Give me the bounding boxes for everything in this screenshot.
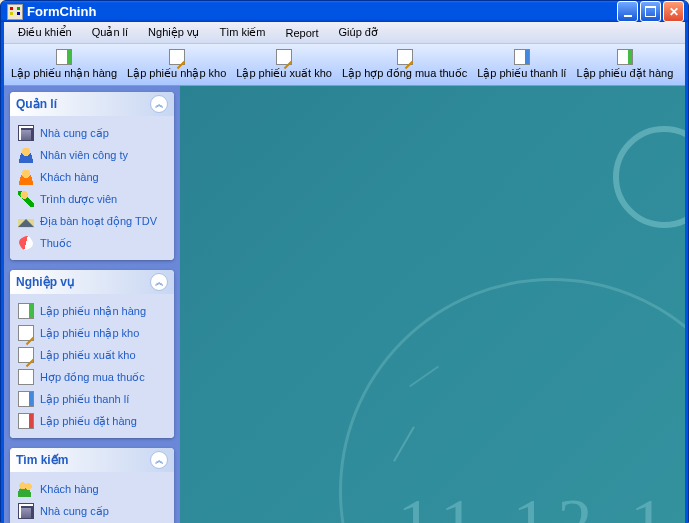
people-icon: [18, 481, 34, 497]
paper-green-icon: [617, 49, 633, 65]
sidebar-item-label: Lập phiếu xuất kho: [40, 349, 136, 362]
sidebar-item-label: Nhà cung cấp: [40, 505, 109, 518]
toolbar-lập-phiếu-đặt-hàng[interactable]: Lập phiếu đặt hàng: [571, 45, 678, 85]
paper-pen-icon: [18, 325, 34, 341]
person-blue-icon: [18, 147, 34, 163]
sidebar-item-label: Thuốc: [40, 237, 71, 250]
sidebar-item-thuốc[interactable]: Thuốc: [14, 232, 170, 254]
pane-title: Tìm kiếm: [16, 453, 150, 467]
building-icon: [18, 125, 34, 141]
sidebar-item-label: Nhà cung cấp: [40, 127, 109, 140]
menu-quản-lí[interactable]: Quản lí: [82, 23, 138, 42]
pane-title: Quản lí: [16, 97, 150, 111]
maximize-button[interactable]: [640, 1, 661, 22]
sidebar-item-hợp-đồng-mua-thuốc[interactable]: Hợp đồng mua thuốc: [14, 366, 170, 388]
sidebar-item-lập-phiếu-thanh-lí[interactable]: Lập phiếu thanh lí: [14, 388, 170, 410]
sidebar-item-label: Khách hàng: [40, 483, 99, 495]
clock-decoration: 11 12 1: [398, 484, 675, 523]
pane-body: Nhà cung cấpNhân viên công tyKhách hàngT…: [10, 116, 174, 260]
paper-green-icon: [56, 49, 72, 65]
pane-header[interactable]: Nghiệp vụ: [10, 270, 174, 294]
mdi-client-area: 11 12 1: [180, 86, 685, 523]
sidebar-item-khách-hàng[interactable]: Khách hàng: [14, 478, 170, 500]
sidebar-item-địa-bàn-hoạt-động-tdv[interactable]: Địa bàn hoạt động TDV: [14, 210, 170, 232]
sidebar-item-label: Lập phiếu đặt hàng: [40, 415, 137, 428]
run-icon: [18, 191, 34, 207]
pane-quản-lí: Quản líNhà cung cấpNhân viên công tyKhác…: [10, 92, 174, 260]
menu-giúp-đỡ[interactable]: Giúp đỡ: [329, 23, 388, 42]
sidebar-item-label: Lập phiếu thanh lí: [40, 393, 129, 406]
toolbar-lập-phiếu-thanh-lí[interactable]: Lập phiếu thanh lí: [472, 45, 571, 85]
pane-tìm-kiếm: Tìm kiếmKhách hàngNhà cung cấp: [10, 448, 174, 523]
decoration: [393, 426, 415, 462]
toolbar-label: Lập hợp đồng mua thuốc: [342, 67, 467, 80]
toolbar-lập-phiếu-nhập-kho[interactable]: Lập phiếu nhập kho: [122, 45, 231, 85]
pane-body: Khách hàngNhà cung cấp: [10, 472, 174, 523]
window-body: Điều khiểnQuản líNghiệp vụTìm kiếmReport…: [1, 22, 688, 523]
paper-blue-icon: [18, 391, 34, 407]
pane-header[interactable]: Quản lí: [10, 92, 174, 116]
sidebar-item-label: Lập phiếu nhập kho: [40, 327, 139, 340]
sidebar: Quản líNhà cung cấpNhân viên công tyKhác…: [4, 86, 180, 523]
toolbar: Lập phiếu nhận hàngLập phiếu nhập khoLập…: [4, 44, 685, 86]
sidebar-item-lập-phiếu-xuất-kho[interactable]: Lập phiếu xuất kho: [14, 344, 170, 366]
collapse-icon[interactable]: [150, 95, 168, 113]
sidebar-item-nhân-viên-công-ty[interactable]: Nhân viên công ty: [14, 144, 170, 166]
paper-pen-icon: [169, 49, 185, 65]
toolbar-lập-hợp-đồng-mua-thuốc[interactable]: Lập hợp đồng mua thuốc: [337, 45, 472, 85]
home-icon: [18, 213, 34, 229]
sidebar-item-label: Khách hàng: [40, 171, 99, 183]
pane-body: Lập phiếu nhận hàngLập phiếu nhập khoLập…: [10, 294, 174, 438]
paper-pen-icon: [18, 347, 34, 363]
person-orange-icon: [18, 169, 34, 185]
sidebar-item-trình-dược-viên[interactable]: Trình dược viên: [14, 188, 170, 210]
decoration: [409, 366, 439, 388]
toolbar-label: Lập phiếu thanh lí: [477, 67, 566, 80]
window-controls: [617, 1, 684, 22]
building-icon: [18, 503, 34, 519]
toolbar-lập-phiếu-nhận-hàng[interactable]: Lập phiếu nhận hàng: [6, 45, 122, 85]
sidebar-item-label: Lập phiếu nhận hàng: [40, 305, 146, 318]
pane-header[interactable]: Tìm kiếm: [10, 448, 174, 472]
sidebar-item-nhà-cung-cấp[interactable]: Nhà cung cấp: [14, 122, 170, 144]
window-title: FormChinh: [27, 4, 617, 19]
sidebar-item-lập-phiếu-nhập-kho[interactable]: Lập phiếu nhập kho: [14, 322, 170, 344]
sidebar-item-lập-phiếu-đặt-hàng[interactable]: Lập phiếu đặt hàng: [14, 410, 170, 432]
pane-title: Nghiệp vụ: [16, 275, 150, 289]
minimize-button[interactable]: [617, 1, 638, 22]
sidebar-item-lập-phiếu-nhận-hàng[interactable]: Lập phiếu nhận hàng: [14, 300, 170, 322]
sidebar-item-nhà-cung-cấp[interactable]: Nhà cung cấp: [14, 500, 170, 522]
menu-bar: Điều khiểnQuản líNghiệp vụTìm kiếmReport…: [4, 22, 685, 44]
sidebar-item-khách-hàng[interactable]: Khách hàng: [14, 166, 170, 188]
menu-tìm-kiếm[interactable]: Tìm kiếm: [209, 23, 275, 42]
paper-blue-icon: [514, 49, 530, 65]
menu-report[interactable]: Report: [276, 24, 329, 42]
sidebar-item-label: Địa bàn hoạt động TDV: [40, 215, 157, 228]
collapse-icon[interactable]: [150, 451, 168, 469]
close-button[interactable]: [663, 1, 684, 22]
toolbar-label: Lập phiếu đặt hàng: [576, 67, 673, 80]
sidebar-item-label: Hợp đồng mua thuốc: [40, 371, 145, 384]
title-bar[interactable]: FormChinh: [1, 1, 688, 22]
menu-điều-khiển[interactable]: Điều khiển: [8, 23, 82, 42]
sidebar-item-label: Nhân viên công ty: [40, 149, 128, 161]
content-area: Quản líNhà cung cấpNhân viên công tyKhác…: [4, 86, 685, 523]
pill-icon: [17, 234, 34, 251]
menu-nghiệp-vụ[interactable]: Nghiệp vụ: [138, 23, 209, 42]
sidebar-item-label: Trình dược viên: [40, 193, 117, 206]
paper-pen-icon: [397, 49, 413, 65]
paper-red-icon: [18, 413, 34, 429]
paper-pen-icon: [276, 49, 292, 65]
app-icon: [7, 4, 23, 20]
pane-nghiệp-vụ: Nghiệp vụLập phiếu nhận hàngLập phiếu nh…: [10, 270, 174, 438]
toolbar-lập-phiếu-xuất-kho[interactable]: Lập phiếu xuất kho: [231, 45, 337, 85]
paper-green-icon: [18, 303, 34, 319]
paper-plain-icon: [18, 369, 34, 385]
main-window: FormChinh Điều khiểnQuản líNghiệp vụTìm …: [0, 0, 689, 523]
toolbar-label: Lập phiếu nhận hàng: [11, 67, 117, 80]
collapse-icon[interactable]: [150, 273, 168, 291]
toolbar-label: Lập phiếu nhập kho: [127, 67, 226, 80]
